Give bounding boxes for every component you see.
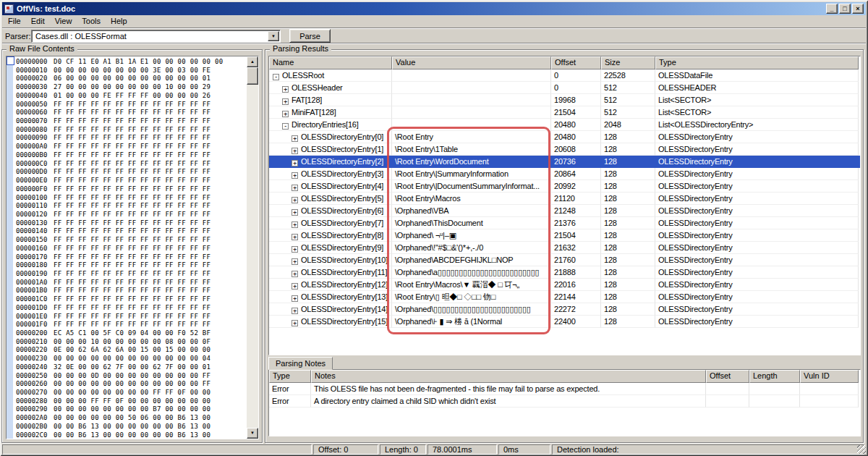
results-row-OLESSDirectoryEntry[7][interactable]: +OLESSDirectoryEntry[7]\Orphaned\ThisDoc… — [269, 217, 860, 229]
hex-row[interactable]: 000001E0FF FF FF FF FF FF FF FF FF FF FF… — [16, 313, 246, 321]
notes-column-type[interactable]: Type — [269, 370, 311, 383]
hex-row[interactable]: 00000200EC A5 C1 00 5F C0 09 04 00 00 F0… — [16, 329, 246, 338]
results-row-OLESSDirectoryEntry[0][interactable]: +OLESSDirectoryEntry[0]\Root Entry204801… — [269, 131, 860, 143]
hex-row[interactable]: 00000170FF FF FF FF FF FF FF FF FF FF FF… — [16, 253, 246, 262]
results-row-OLESSDirectoryEntry[6][interactable]: +OLESSDirectoryEntry[6]\Orphaned\VBA2124… — [269, 205, 860, 217]
results-column-offset[interactable]: Offset — [551, 56, 601, 69]
results-column-size[interactable]: Size — [601, 56, 655, 69]
collapse-icon[interactable]: - — [273, 74, 279, 80]
expand-icon[interactable]: + — [292, 221, 298, 228]
hex-row[interactable]: 00000150FF FF FF FF FF FF FF FF FF FF FF… — [16, 236, 246, 245]
minimize-button[interactable]: _ — [826, 4, 838, 14]
hex-row[interactable]: 000001C0FF FF FF FF FF FF FF FF FF FF FF… — [16, 295, 246, 304]
results-row-OLESSDirectoryEntry[15][interactable]: +OLESSDirectoryEntry[15]\Orphaned\⊦ ▮ ⇒ … — [269, 316, 860, 328]
tab-parsing-notes[interactable]: Parsing Notes — [268, 357, 333, 370]
notes-row[interactable]: ErrorThis OLESS file has not been de-fra… — [269, 383, 860, 395]
menu-file[interactable]: File — [3, 16, 26, 27]
hex-row[interactable]: 00000120FF FF FF FF FF FF FF FF FF FF FF… — [16, 211, 246, 219]
hex-row[interactable]: 000001D0FF FF FF FF FF FF FF FF FF FF FF… — [16, 304, 246, 313]
close-button[interactable]: × — [852, 4, 864, 14]
expand-icon[interactable]: + — [292, 135, 298, 142]
results-row-OLESSDirectoryEntry[1][interactable]: +OLESSDirectoryEntry[1]\Root Entry\1Tabl… — [269, 143, 860, 156]
hex-row[interactable]: 0000004001 00 00 00 FE FF FF FF 00 00 00… — [16, 92, 246, 101]
hex-row[interactable]: 00000130FF FF FF FF FF FF FF FF FF FF FF… — [16, 219, 246, 228]
hex-row[interactable]: 000001A0FF FF FF FF FF FF FF FF FF FF FF… — [16, 279, 246, 287]
expand-icon[interactable]: + — [292, 197, 298, 203]
results-row-OLESSDirectoryEntry[5][interactable]: +OLESSDirectoryEntry[5]\Root Entry\Macro… — [269, 193, 860, 205]
notes-row[interactable]: ErrorA directory entry claimed a child S… — [269, 395, 860, 408]
results-column-value[interactable]: Value — [392, 56, 551, 69]
hex-row[interactable]: 0000028000 00 00 FF FF 0F 00 00 00 00 00… — [16, 397, 246, 406]
results-row-DirectoryEntries[16][interactable]: -DirectoryEntries[16]204802048List<OLESS… — [269, 119, 860, 131]
hex-row[interactable]: 00000100FF FF FF FF FF FF FF FF FF FF FF… — [16, 194, 246, 203]
results-row-OLESSDirectoryEntry[4][interactable]: +OLESSDirectoryEntry[4]\Root Entry\|Docu… — [269, 180, 860, 193]
hex-row[interactable]: 000002A000 00 00 00 00 00 50 06 00 00 B6… — [16, 414, 246, 423]
hex-row[interactable]: 0000003027 00 00 00 00 00 00 00 00 10 00… — [16, 83, 246, 92]
menu-edit[interactable]: Edit — [26, 16, 50, 27]
results-column-name[interactable]: Name — [269, 56, 392, 69]
expand-icon[interactable]: + — [292, 246, 298, 253]
scroll-up-icon[interactable]: ▲ — [247, 56, 258, 67]
hex-row[interactable]: 00000070FF FF FF FF FF FF FF FF FF FF FF… — [16, 117, 246, 126]
resize-grip[interactable] — [857, 445, 866, 454]
results-row-OLESSDirectoryEntry[14][interactable]: +OLESSDirectoryEntry[14]\Orphaned\▯▯▯▯▯▯… — [269, 303, 860, 316]
hex-row[interactable]: 000002C000 00 B6 13 00 00 00 00 00 00 B6… — [16, 431, 246, 439]
hex-row[interactable]: 00000160FF FF FF FF FF FF FF FF FF FF FF… — [16, 245, 246, 253]
menu-view[interactable]: View — [50, 16, 77, 27]
results-row-OLESSDirectoryEntry[12][interactable]: +OLESSDirectoryEntry[12]\Root Entry\Macr… — [269, 279, 860, 291]
expand-icon[interactable]: + — [292, 172, 298, 179]
hex-row[interactable]: 00000000D0 CF 11 E0 A1 B1 1A E1 00 00 00… — [16, 58, 246, 67]
expand-icon[interactable]: + — [292, 283, 298, 290]
hex-row[interactable]: 00000090FF FF FF FF FF FF FF FF FF FF FF… — [16, 134, 246, 143]
hex-row[interactable]: 00000180FF FF FF FF FF FF FF FF FF FF FF… — [16, 261, 246, 270]
hex-row[interactable]: 000002200E 00 62 6A 62 6A 00 15 00 15 00… — [16, 346, 246, 355]
hex-row[interactable]: 0000001000 00 00 00 00 00 00 00 3E 00 03… — [16, 67, 246, 75]
expand-icon[interactable]: + — [292, 209, 298, 216]
hex-row[interactable]: 000001F0FF FF FF FF FF FF FF FF FF FF FF… — [16, 321, 246, 329]
hex-row[interactable]: 0000025000 00 00 0D 00 00 00 00 00 00 00… — [16, 372, 246, 381]
expand-icon[interactable]: + — [292, 320, 298, 326]
hex-row[interactable]: 0000024032 0E 00 00 62 7F 00 00 62 7F 00… — [16, 363, 246, 372]
scrollbar-thumb[interactable] — [247, 67, 258, 85]
hex-row[interactable]: 000000D0FF FF FF FF FF FF FF FF FF FF FF… — [16, 168, 246, 177]
results-row-FAT[128][interactable]: +FAT[128]19968512List<SECTOR> — [269, 94, 860, 106]
results-column-type[interactable]: Type — [655, 56, 859, 69]
hex-row[interactable]: 00000140FF FF FF FF FF FF FF FF FF FF FF… — [16, 227, 246, 236]
results-row-OLESSDirectoryEntry[11][interactable]: +OLESSDirectoryEntry[11]\Orphaned\a▯▯▯▯▯… — [269, 266, 860, 279]
menu-help[interactable]: Help — [106, 16, 132, 27]
notes-column-offset[interactable]: Offset — [706, 370, 749, 383]
hex-view[interactable]: 00000000D0 CF 11 E0 A1 B1 1A E1 00 00 00… — [6, 56, 259, 439]
collapse-icon[interactable]: - — [282, 123, 289, 130]
results-row-OLESSDirectoryEntry[8][interactable]: +OLESSDirectoryEntry[8]\Orphaned\ ¬ᵘ|–▣2… — [269, 229, 860, 242]
hex-row[interactable]: 000000A0FF FF FF FF FF FF FF FF FF FF FF… — [16, 143, 246, 151]
expand-icon[interactable]: + — [292, 160, 298, 166]
parser-combobox[interactable]: Cases.dll : OLESSFormat ▼ — [31, 30, 281, 43]
notes-column-notes[interactable]: Notes — [311, 370, 706, 383]
results-row-OLESSRoot[interactable]: -OLESSRoot022528OLESSDataFile — [269, 69, 860, 82]
hex-row[interactable]: 0000027000 00 00 00 00 00 00 00 FF FF 0F… — [16, 389, 246, 397]
hex-row[interactable]: 000000F0FF FF FF FF FF FF FF FF FF FF FF… — [16, 185, 246, 194]
expand-icon[interactable]: + — [292, 308, 298, 314]
hex-row[interactable]: 000000E0FF FF FF FF FF FF FF FF FF FF FF… — [16, 177, 246, 185]
hex-row[interactable]: 0000023000 00 00 00 00 00 00 00 00 00 00… — [16, 355, 246, 363]
hex-row[interactable]: 0000021000 00 00 10 00 00 00 00 00 08 00… — [16, 338, 246, 347]
results-row-OLESSDirectoryEntry[9][interactable]: +OLESSDirectoryEntry[9]\Orphaned\!"#$□&'… — [269, 242, 860, 254]
hex-scrollbar[interactable]: ▲ ▼ — [247, 56, 258, 439]
maximize-button[interactable]: □ — [839, 4, 851, 14]
hex-row[interactable]: 0000026000 00 00 00 00 00 00 00 00 00 00… — [16, 380, 246, 389]
hex-row[interactable]: 0000029000 00 00 00 00 00 00 00 B7 00 00… — [16, 405, 246, 414]
hex-row[interactable]: 0000002006 00 00 00 00 00 00 00 00 00 00… — [16, 75, 246, 83]
hex-row[interactable]: 00000110FF FF FF FF FF FF FF FF FF FF FF… — [16, 202, 246, 211]
expand-icon[interactable]: + — [292, 148, 298, 154]
parse-button[interactable]: Parse — [289, 29, 331, 43]
hex-row[interactable]: 00000080FF FF FF FF FF FF FF FF FF FF FF… — [16, 126, 246, 135]
expand-icon[interactable]: + — [282, 98, 289, 105]
hex-row[interactable]: 000000C0FF FF FF FF FF FF FF FF FF FF FF… — [16, 160, 246, 169]
scroll-down-icon[interactable]: ▼ — [247, 428, 258, 439]
menu-tools[interactable]: Tools — [77, 16, 106, 27]
notes-column-vuln-id[interactable]: Vuln ID — [800, 370, 859, 383]
expand-icon[interactable]: + — [292, 271, 298, 277]
expand-icon[interactable]: + — [292, 234, 298, 240]
notes-column-length[interactable]: Length — [749, 370, 800, 383]
expand-icon[interactable]: + — [292, 295, 298, 302]
